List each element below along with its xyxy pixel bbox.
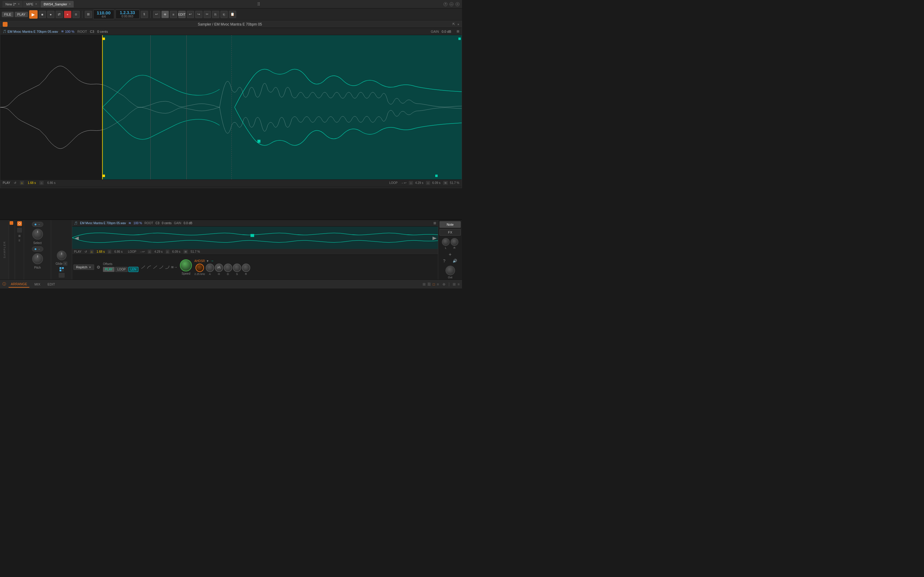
tab-new2[interactable]: New 2* × (2, 1, 23, 8)
play-button[interactable]: ▶ (29, 10, 37, 19)
glide-mode-btn[interactable]: f (63, 261, 67, 266)
bottom-bars-icon[interactable]: ≡ (437, 282, 439, 286)
loop-offset-btn[interactable]: LOOP (115, 267, 128, 272)
win-btn-minimize[interactable]: — (449, 2, 454, 6)
env-curve-3[interactable] (153, 265, 158, 269)
end-time-marker[interactable]: ⌂ (39, 181, 44, 185)
tap-button[interactable]: ⥮ (141, 11, 148, 18)
file-button[interactable]: FILE (2, 12, 13, 17)
expand-icon[interactable]: ⇱ (452, 22, 455, 26)
bars-button[interactable]: ≡ (170, 11, 177, 18)
ahdsr-dropdown[interactable]: ▼ (206, 259, 209, 263)
undo-button[interactable]: ↩ (187, 11, 194, 18)
start-time-marker[interactable]: ⌂ (20, 181, 24, 185)
r-knob[interactable] (242, 264, 250, 272)
punch-button[interactable]: ⧈ (73, 11, 80, 18)
sampler-close-icon[interactable]: × (457, 23, 459, 26)
plugin-end-marker[interactable]: ⌂ (108, 250, 111, 254)
paste-button[interactable]: ⎗ (220, 11, 228, 18)
s-knob[interactable] (233, 264, 241, 272)
copy-button[interactable]: ⎘ (212, 11, 219, 18)
add-button[interactable]: + (64, 11, 71, 18)
edit-tab-bottom[interactable]: EDIT (45, 281, 57, 287)
env-curve-4[interactable] (159, 265, 164, 269)
redo-button[interactable]: ↪ (195, 11, 202, 18)
plugin-start-marker[interactable]: ⌂ (90, 250, 94, 254)
env-curve-1[interactable] (141, 265, 145, 269)
back-button[interactable]: ↩ (153, 11, 160, 18)
a-knob[interactable] (206, 264, 214, 272)
plugin-loop-start[interactable]: ⌂ (148, 250, 151, 254)
grid-toggle[interactable]: ⊞ (85, 11, 92, 18)
plugin-loop-end[interactable]: ⌂ (166, 250, 170, 254)
track-power-btn[interactable] (17, 221, 22, 226)
loop-pct-icon[interactable]: ≋ (443, 181, 448, 185)
repitch-button[interactable]: Repitch ▼ (73, 264, 94, 270)
glide-knob[interactable] (57, 251, 66, 260)
plugin-settings-gear[interactable]: ⚙ (97, 265, 100, 269)
tab-mpe[interactable]: MPE × (23, 1, 40, 8)
arrange-tab[interactable]: ARRANGE (8, 281, 29, 288)
reset-icon[interactable]: ↺ (14, 181, 16, 185)
bottom-right-icon-4[interactable]: ≡ (457, 282, 460, 286)
record-button[interactable]: ● (47, 11, 55, 18)
env-wavy-icon[interactable]: ≋→ (171, 265, 178, 269)
scissors-button[interactable]: ✂ (204, 11, 211, 18)
loop-end-marker-top[interactable] (459, 37, 461, 40)
tab-bws4-close[interactable]: × (69, 2, 71, 6)
ahdsr-link-icon[interactable]: → (210, 259, 214, 263)
fx-button[interactable]: FX (439, 229, 461, 235)
lr-add-btn[interactable]: + (439, 252, 461, 257)
select-connect[interactable]: → (32, 222, 43, 227)
question-icon[interactable]: ? (443, 258, 446, 263)
play-offset-btn[interactable]: PLAY (103, 267, 115, 272)
stop-button[interactable]: ■ (39, 11, 46, 18)
plugin-settings-icon[interactable]: ⊞ (433, 221, 436, 225)
env-curve-2[interactable] (147, 265, 152, 269)
tab-bws4[interactable]: BWS4_Sampler × (40, 1, 74, 8)
grid-small-btn[interactable] (59, 267, 64, 272)
pitch-knob[interactable] (32, 253, 43, 264)
bottom-right-icon-1[interactable]: ⊕ (443, 282, 446, 286)
pitch-connect[interactable]: → (32, 247, 43, 251)
waveform-container[interactable] (0, 35, 462, 179)
play-text-button[interactable]: PLAY (15, 12, 27, 17)
bottom-right-icon-3[interactable]: ⊞ (453, 282, 456, 286)
loop-end-marker[interactable] (435, 175, 438, 177)
add-track-button[interactable]: + (162, 11, 169, 18)
sampler-grid-icon[interactable]: ⊞ (457, 29, 459, 33)
speaker-icon[interactable]: 🔊 (453, 259, 457, 263)
bottom-chain-icon[interactable]: ⛓ (427, 282, 431, 286)
plugin-zoom-icon2[interactable]: ≋ (184, 250, 188, 254)
l-knob[interactable] (442, 238, 450, 246)
win-btn-close[interactable]: × (456, 2, 460, 6)
env-curve-5[interactable] (165, 265, 170, 269)
bottom-right-icon-2[interactable]: ⋮ (447, 282, 451, 286)
tab-new2-close[interactable]: × (18, 2, 19, 6)
track-mute-btn[interactable] (17, 228, 22, 233)
note-button[interactable]: Note (439, 221, 461, 228)
track-dots-btn[interactable]: ⠿ (18, 239, 21, 242)
freq-knob[interactable] (195, 264, 204, 272)
mix-tab[interactable]: MIX (32, 281, 43, 287)
d-knob[interactable] (224, 264, 232, 272)
r-knob[interactable] (451, 238, 459, 246)
track-grid-btn[interactable]: ⊞ (18, 234, 21, 237)
select-knob[interactable] (32, 229, 43, 240)
bottom-cursor-icon[interactable]: □ (433, 282, 435, 286)
plugin-reset-icon[interactable]: ↺ (84, 250, 87, 253)
win-btn-dot[interactable]: ⚬ (443, 2, 447, 6)
start-marker-top[interactable] (103, 37, 105, 40)
start-marker[interactable] (103, 175, 105, 177)
power-icon[interactable] (3, 22, 8, 27)
position-display[interactable]: 1.2.3.33 0:00.863 (115, 10, 140, 19)
edit-button[interactable]: EDIT (178, 11, 186, 18)
plugin-mini-wave[interactable]: ◀ ▶ (72, 227, 438, 249)
speed-knob[interactable] (180, 259, 192, 271)
bottom-link-icon[interactable]: ⊞ (423, 282, 426, 286)
out-knob[interactable] (446, 266, 455, 275)
loop-end-marker-bar[interactable]: ⌂ (426, 181, 430, 185)
h-knob[interactable] (215, 264, 223, 272)
zoom-control[interactable]: ≋ 100 % (61, 29, 74, 33)
add-small-btn[interactable] (59, 273, 65, 278)
